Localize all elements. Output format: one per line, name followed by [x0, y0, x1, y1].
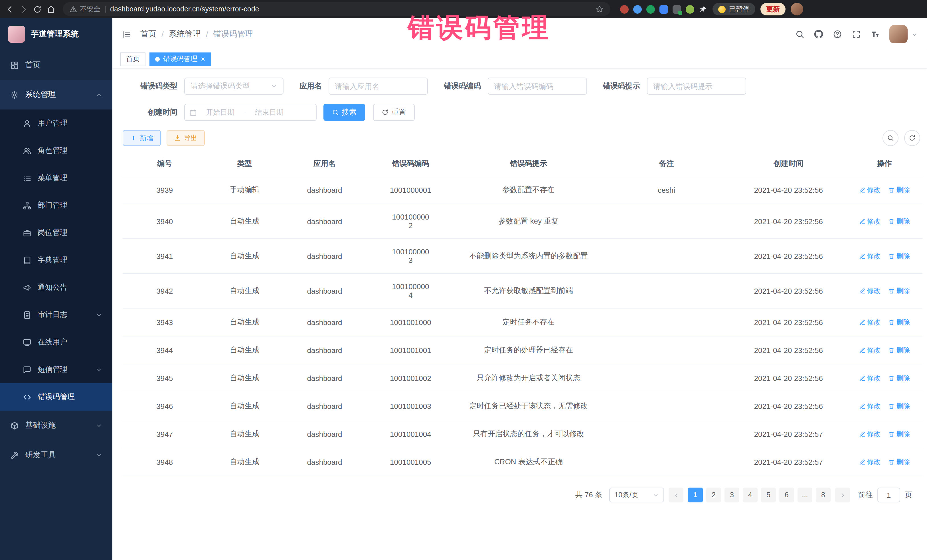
error-code-input[interactable] — [488, 77, 587, 95]
tab-home[interactable]: 首页 — [120, 52, 146, 66]
close-icon[interactable]: × — [201, 55, 205, 63]
delete-link[interactable]: 删除 — [888, 373, 910, 383]
end-date-input[interactable] — [248, 108, 290, 116]
url-text: dashboard.yudao.iocoder.cn/system/error-… — [110, 5, 259, 13]
page-number-button[interactable]: 3 — [725, 487, 739, 502]
delete-link[interactable]: 删除 — [888, 185, 910, 195]
edit-link[interactable]: 修改 — [859, 401, 880, 411]
filter-label-type: 错误码类型 — [123, 81, 178, 91]
edit-icon — [859, 218, 865, 225]
next-page-button[interactable] — [835, 487, 850, 502]
browser-reload-icon[interactable] — [33, 5, 42, 14]
bookmark-star-icon[interactable] — [596, 5, 603, 13]
browser-back-icon[interactable] — [6, 5, 14, 14]
breadcrumb-item[interactable]: 系统管理 — [169, 29, 201, 39]
sidebar-item-role-mgmt[interactable]: 角色管理 — [0, 137, 112, 164]
app-logo[interactable]: 芋道管理系统 — [0, 18, 112, 50]
address-bar[interactable]: 不安全 dashboard.yudao.iocoder.cn/system/er… — [63, 2, 610, 16]
cell-id: 3944 — [123, 336, 207, 364]
sidebar-item-infrastructure[interactable]: 基础设施 — [0, 411, 112, 440]
delete-link[interactable]: 删除 — [888, 457, 910, 467]
search-icon[interactable] — [795, 30, 804, 39]
page-number-button[interactable]: 4 — [743, 487, 758, 502]
browser-home-icon[interactable] — [47, 5, 55, 14]
extension-icon[interactable] — [686, 5, 694, 14]
tab-error-code-mgmt[interactable]: 错误码管理 × — [149, 52, 211, 66]
edit-link[interactable]: 修改 — [859, 286, 880, 296]
delete-link[interactable]: 删除 — [888, 401, 910, 411]
extension-icon[interactable] — [660, 5, 668, 14]
start-date-input[interactable] — [199, 108, 241, 116]
delete-link[interactable]: 删除 — [888, 429, 910, 439]
edit-link[interactable]: 修改 — [859, 185, 880, 195]
error-hint-input[interactable] — [647, 77, 746, 95]
browser-forward-icon[interactable] — [20, 5, 28, 14]
page-number-button[interactable]: 1 — [688, 487, 703, 502]
add-button[interactable]: 新增 — [123, 130, 161, 146]
goto-page-input[interactable] — [877, 487, 900, 502]
sidebar-item-dept-mgmt[interactable]: 部门管理 — [0, 191, 112, 219]
help-icon[interactable] — [833, 30, 842, 39]
sidebar-item-label: 岗位管理 — [38, 228, 67, 238]
delete-link[interactable]: 删除 — [888, 286, 910, 296]
cell-app: dashboard — [283, 204, 366, 239]
refresh-table-button[interactable] — [904, 130, 920, 146]
date-range-picker[interactable]: - — [184, 104, 317, 121]
prev-page-button[interactable] — [669, 487, 684, 502]
app-name-input[interactable] — [328, 77, 428, 95]
sidebar-item-dev-tools[interactable]: 研发工具 — [0, 440, 112, 470]
export-button[interactable]: 导出 — [167, 130, 205, 146]
sidebar-item-user-mgmt[interactable]: 用户管理 — [0, 109, 112, 137]
reset-button[interactable]: 重置 — [373, 104, 415, 121]
search-button[interactable]: 搜索 — [324, 104, 365, 121]
error-type-select[interactable]: 请选择错误码类型 — [184, 77, 284, 95]
sidebar-item-notice[interactable]: 通知公告 — [0, 274, 112, 301]
extension-icon[interactable] — [673, 5, 681, 14]
pin-icon[interactable] — [699, 5, 707, 14]
page-number-button[interactable]: 5 — [761, 487, 776, 502]
edit-link[interactable]: 修改 — [859, 429, 880, 439]
delete-link[interactable]: 删除 — [888, 251, 910, 261]
cell-code: 100100000 2 — [366, 204, 454, 239]
sidebar-item-post-mgmt[interactable]: 岗位管理 — [0, 219, 112, 246]
github-icon[interactable] — [814, 30, 823, 39]
sidebar-item-sms-mgmt[interactable]: 短信管理 — [0, 356, 112, 383]
delete-link[interactable]: 删除 — [888, 216, 910, 226]
paused-badge[interactable]: 已暂停 — [713, 3, 755, 15]
security-chip[interactable]: 不安全 — [70, 4, 100, 14]
sidebar-item-dict-mgmt[interactable]: 字典管理 — [0, 246, 112, 274]
cell-time: 2021-04-20 23:52:56 — [731, 204, 846, 239]
extension-icon[interactable] — [620, 5, 629, 14]
breadcrumb-item[interactable]: 首页 — [140, 29, 156, 39]
extension-icon[interactable] — [633, 5, 642, 14]
cell-time: 2021-04-20 23:52:57 — [731, 420, 846, 448]
toggle-search-button[interactable] — [883, 130, 898, 146]
font-size-icon[interactable] — [871, 30, 880, 39]
delete-link[interactable]: 删除 — [888, 345, 910, 355]
edit-link[interactable]: 修改 — [859, 345, 880, 355]
page-number-button[interactable]: ... — [798, 487, 812, 502]
sidebar-item-system-mgmt[interactable]: 系统管理 — [0, 80, 112, 109]
page-number-button[interactable]: 6 — [779, 487, 794, 502]
delete-link[interactable]: 删除 — [888, 317, 910, 327]
page-number-button[interactable]: 8 — [816, 487, 831, 502]
fullscreen-icon[interactable] — [852, 30, 861, 39]
edit-link[interactable]: 修改 — [859, 373, 880, 383]
edit-link[interactable]: 修改 — [859, 317, 880, 327]
user-menu[interactable] — [889, 25, 918, 43]
edit-link[interactable]: 修改 — [859, 457, 880, 467]
sidebar-item-menu-mgmt[interactable]: 菜单管理 — [0, 164, 112, 191]
sidebar-item-error-code-mgmt[interactable]: 错误码管理 — [0, 383, 112, 411]
sidebar-item-online-users[interactable]: 在线用户 — [0, 328, 112, 356]
edit-link[interactable]: 修改 — [859, 216, 880, 226]
sidebar-item-audit-log[interactable]: 审计日志 — [0, 301, 112, 328]
edit-link[interactable]: 修改 — [859, 251, 880, 261]
update-button[interactable]: 更新 — [760, 3, 786, 15]
extension-icon[interactable] — [646, 5, 655, 14]
cell-hint: 参数配置 key 重复 — [454, 204, 603, 239]
sidebar-item-home[interactable]: 首页 — [0, 50, 112, 80]
page-size-select[interactable]: 10条/页 — [609, 487, 664, 502]
page-number-button[interactable]: 2 — [706, 487, 721, 502]
sidebar-toggle-icon[interactable] — [122, 29, 131, 39]
browser-profile-avatar[interactable] — [791, 3, 803, 15]
